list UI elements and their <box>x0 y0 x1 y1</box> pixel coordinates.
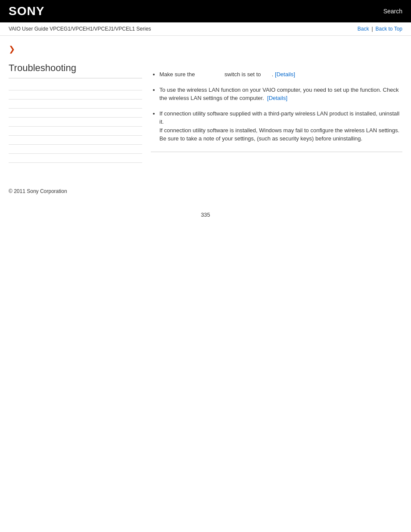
sidebar-nav-item-2[interactable] <box>9 94 142 100</box>
sidebar-nav-item-3[interactable] <box>9 103 142 109</box>
guide-title: VAIO User Guide VPCEG1/VPCEH1/VPCEJ1/VPC… <box>9 26 151 32</box>
page-number-container: 335 <box>0 203 411 227</box>
breadcrumb-bar: VAIO User Guide VPCEG1/VPCEH1/VPCEJ1/VPC… <box>0 22 411 36</box>
sidebar: ❯ Troubleshooting <box>9 44 142 166</box>
bullet1-suffix: . <box>272 71 274 78</box>
sony-logo: SONY <box>9 4 44 18</box>
bullet2-details-link[interactable]: [Details] <box>267 95 287 101</box>
bullet1-middle: switch is set to <box>196 71 270 78</box>
breadcrumb-nav: Back | Back to Top <box>358 26 402 32</box>
page-number: 335 <box>201 212 210 218</box>
sidebar-nav-item-1[interactable] <box>9 85 142 90</box>
list-item-1: Make sure the switch is set to . [Detail… <box>159 70 402 79</box>
sidebar-nav-item-7[interactable] <box>9 139 142 145</box>
list-item-2: To use the wireless LAN function on your… <box>159 86 402 103</box>
bullet3-part1: If connection utility software supplied … <box>159 110 399 125</box>
bullet3-part2: If connection utility software is instal… <box>159 127 399 142</box>
header: SONY Search <box>0 0 411 22</box>
main-container: ❯ Troubleshooting Make sure the switch i… <box>0 36 411 175</box>
sidebar-nav-item-8[interactable] <box>9 148 142 154</box>
sidebar-title: Troubleshooting <box>9 62 142 78</box>
footer: © 2011 Sony Corporation <box>0 175 411 203</box>
sidebar-nav-item-6[interactable] <box>9 130 142 136</box>
content-divider <box>151 152 402 152</box>
sidebar-nav-item-9[interactable] <box>9 157 142 163</box>
sidebar-nav-item-5[interactable] <box>9 121 142 127</box>
back-to-top-link[interactable]: Back to Top <box>376 26 402 32</box>
bullet1-details-link[interactable]: [Details] <box>275 71 295 78</box>
bullet1-prefix: Make sure the <box>159 71 195 78</box>
content-list: Make sure the switch is set to . [Detail… <box>151 70 402 143</box>
chevron-icon: ❯ <box>9 44 142 54</box>
search-button[interactable]: Search <box>383 8 402 15</box>
list-item-3: If connection utility software supplied … <box>159 109 402 143</box>
copyright-text: © 2011 Sony Corporation <box>9 188 67 194</box>
back-link[interactable]: Back <box>358 26 369 32</box>
sidebar-nav-item-4[interactable] <box>9 112 142 118</box>
nav-separator: | <box>371 26 373 32</box>
content-area: Make sure the switch is set to . [Detail… <box>151 44 402 166</box>
